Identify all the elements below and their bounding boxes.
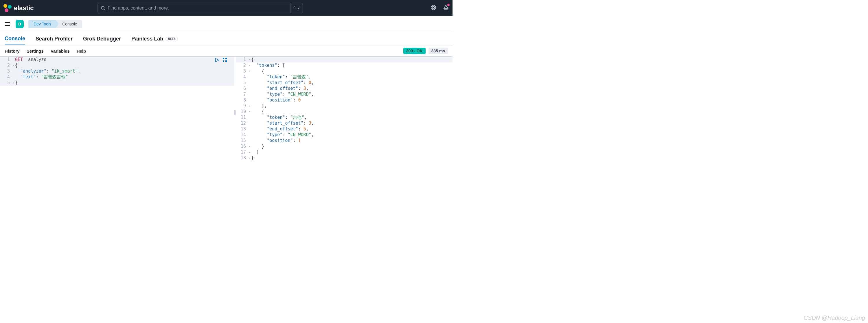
fold-toggle-icon[interactable]: ▴: [248, 149, 251, 155]
search-input[interactable]: [107, 5, 287, 11]
fold-toggle-icon: [248, 97, 251, 103]
code-line[interactable]: 16▴ }: [236, 143, 453, 149]
tab-label: Search Profiler: [36, 36, 73, 42]
code-line[interactable]: 5▴}: [0, 80, 235, 86]
fold-toggle-icon: [248, 120, 251, 126]
fold-toggle-icon[interactable]: ▾: [248, 68, 251, 74]
code-line[interactable]: 6 "end_offset": 3,: [236, 86, 453, 91]
fold-toggle-icon[interactable]: ▾: [248, 57, 251, 62]
code-line[interactable]: 12 "start_offset": 3,: [236, 120, 453, 126]
code-line[interactable]: 1GET _analyze: [0, 57, 235, 62]
code-line[interactable]: 1▾{: [236, 57, 453, 62]
submenu-settings[interactable]: Settings: [27, 49, 44, 54]
line-number: 9: [236, 103, 248, 109]
code-line[interactable]: 8 "position": 0: [236, 97, 453, 103]
code-line[interactable]: 3▾ {: [236, 68, 453, 74]
fold-toggle-icon[interactable]: ▾: [12, 62, 15, 68]
space-avatar[interactable]: D: [16, 20, 24, 28]
code-line[interactable]: 3 "analyzer": "ik_smart",: [0, 68, 235, 74]
fold-toggle-icon[interactable]: ▴: [248, 143, 251, 149]
code-line[interactable]: 2▾ "tokens": [: [236, 62, 453, 68]
fold-toggle-icon: [248, 126, 251, 132]
code-line[interactable]: 14 "type": "CN_WORD",: [236, 132, 453, 138]
svg-rect-8: [225, 60, 227, 62]
breadcrumb-devtools[interactable]: Dev Tools: [28, 20, 56, 28]
fold-toggle-icon: [248, 132, 251, 138]
tab-search-profiler[interactable]: Search Profiler: [36, 36, 73, 45]
fold-toggle-icon: [12, 57, 15, 62]
fold-toggle-icon: [12, 68, 15, 74]
code-content: },: [251, 103, 267, 109]
submenu-help[interactable]: Help: [77, 49, 86, 54]
svg-marker-4: [216, 58, 219, 62]
fold-toggle-icon[interactable]: ▾: [248, 109, 251, 115]
code-line[interactable]: 10▾ {: [236, 109, 453, 115]
code-content: "type": "CN_WORD",: [251, 91, 314, 97]
submenu-variables[interactable]: Variables: [51, 49, 70, 54]
code-line[interactable]: 2▾{: [0, 62, 235, 68]
submenu-history[interactable]: History: [5, 49, 20, 54]
run-button[interactable]: [215, 58, 219, 64]
menu-toggle-button[interactable]: [5, 22, 10, 27]
search-box[interactable]: ^ /: [97, 3, 303, 13]
fold-toggle-icon[interactable]: ▴: [248, 103, 251, 109]
code-line[interactable]: 13 "end_offset": 5,: [236, 126, 453, 132]
fold-toggle-icon: [248, 138, 251, 143]
code-content: "tokens": [: [251, 62, 285, 68]
line-number: 17: [236, 149, 248, 155]
wrench-icon[interactable]: [223, 58, 227, 64]
code-line[interactable]: 5 "start_offset": 0,: [236, 80, 453, 86]
code-content: "token": "吉他",: [251, 115, 307, 120]
code-content: "token": "吉普森",: [251, 74, 311, 80]
code-line[interactable]: 11 "token": "吉他",: [236, 115, 453, 120]
line-number: 5: [236, 80, 248, 86]
code-content: {: [15, 62, 18, 68]
svg-rect-5: [223, 58, 224, 59]
tab-grok-debugger[interactable]: Grok Debugger: [83, 36, 121, 45]
line-number: 1: [236, 57, 248, 62]
code-line[interactable]: 17▴ ]: [236, 149, 453, 155]
fold-toggle-icon[interactable]: ▾: [248, 62, 251, 68]
search-kbd-hint: ^ /: [290, 3, 303, 13]
line-number: 8: [236, 97, 248, 103]
line-number: 4: [236, 74, 248, 80]
status-badge-ok: 200 - OK: [403, 48, 426, 54]
console-submenu: History Settings Variables Help 200 - OK…: [0, 45, 453, 57]
request-editor[interactable]: 1GET _analyze2▾{3 "analyzer": "ik_smart"…: [0, 57, 235, 168]
code-content: {: [251, 68, 264, 74]
tool-tabs: Console Search Profiler Grok Debugger Pa…: [0, 32, 453, 45]
code-line[interactable]: 7 "type": "CN_WORD",: [236, 91, 453, 97]
code-line[interactable]: 18▴}: [236, 155, 453, 161]
help-icon[interactable]: [431, 5, 436, 11]
code-content: "position": 1: [251, 138, 301, 143]
fold-toggle-icon: [248, 74, 251, 80]
tab-label: Console: [5, 36, 25, 42]
code-line[interactable]: 9▴ },: [236, 103, 453, 109]
line-number: 6: [236, 86, 248, 91]
code-content: "end_offset": 5,: [251, 126, 309, 132]
fold-toggle-icon[interactable]: ▴: [12, 80, 15, 86]
code-line[interactable]: 4 "token": "吉普森",: [236, 74, 453, 80]
tab-painless-lab[interactable]: Painless LabBETA: [131, 36, 178, 45]
breadcrumb-console[interactable]: Console: [56, 20, 82, 28]
response-viewer[interactable]: 1▾{2▾ "tokens": [3▾ {4 "token": "吉普森",5 …: [236, 57, 453, 168]
header: elastic ^ /: [0, 0, 453, 16]
line-number: 14: [236, 132, 248, 138]
beta-badge: BETA: [165, 37, 178, 41]
code-content: }: [251, 155, 254, 161]
fold-toggle-icon: [248, 80, 251, 86]
svg-line-1: [104, 9, 105, 10]
line-number: 3: [236, 68, 248, 74]
search-icon: [101, 6, 105, 10]
code-line[interactable]: 15 "position": 1: [236, 138, 453, 143]
code-line[interactable]: 4 "text": "吉普森吉他": [0, 74, 235, 80]
line-number: 16: [236, 143, 248, 149]
fold-toggle-icon[interactable]: ▴: [248, 155, 251, 161]
tab-label: Painless Lab: [131, 36, 163, 42]
line-number: 4: [0, 74, 12, 80]
brand-label: elastic: [14, 4, 34, 12]
line-number: 18: [236, 155, 248, 161]
elastic-logo-icon[interactable]: [3, 4, 11, 12]
tab-console[interactable]: Console: [5, 36, 25, 45]
newsfeed-icon[interactable]: [443, 4, 449, 12]
